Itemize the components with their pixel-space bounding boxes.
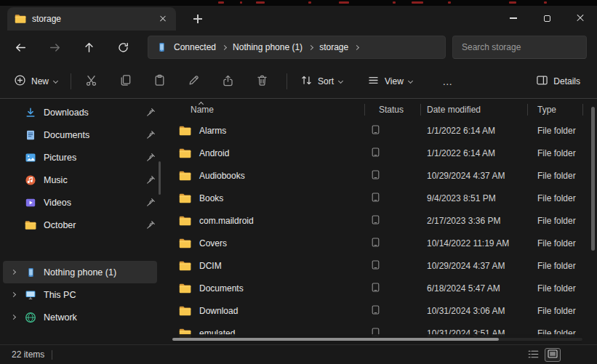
file-name: DCIM — [199, 261, 222, 271]
column-divider[interactable] — [420, 104, 421, 116]
address-bar[interactable]: Connected Nothing phone (1) storage — [148, 36, 446, 59]
minimize-button[interactable] — [497, 6, 530, 31]
column-divider[interactable] — [364, 104, 365, 116]
file-row-audiobooks[interactable]: Audiobooks10/29/2024 4:37 AMFile folder — [166, 164, 597, 187]
pin-icon — [146, 153, 156, 162]
sidebar-item-videos[interactable]: Videos — [3, 191, 157, 214]
file-type: File folder — [527, 261, 582, 271]
sidebar-item-documents[interactable]: Documents — [3, 124, 157, 146]
new-button[interactable]: New — [6, 68, 65, 94]
maximize-button[interactable] — [530, 6, 564, 31]
horizontal-scrollbar-thumb[interactable] — [172, 338, 499, 341]
sync-status-icon — [372, 215, 380, 227]
sidebar-item-downloads[interactable]: Downloads — [3, 101, 157, 124]
sort-arrows-icon — [300, 74, 313, 89]
file-name: Alarms — [199, 126, 226, 136]
thumbnail-view-button[interactable] — [545, 348, 561, 362]
file-type: File folder — [527, 306, 582, 316]
sync-status-icon — [372, 147, 380, 159]
scissors-icon — [85, 74, 97, 89]
file-name-cell: Download — [166, 306, 364, 316]
sync-status-icon — [372, 238, 380, 249]
videos-icon — [25, 197, 36, 209]
sidebar-item-label: Network — [44, 312, 157, 323]
view-button[interactable]: View — [359, 68, 420, 94]
tab-storage[interactable]: storage — [7, 7, 176, 31]
folder-icon — [179, 193, 191, 203]
file-row-com-maildroid[interactable]: com.maildroid2/17/2023 3:36 PMFile folde… — [166, 209, 597, 232]
chevron-right-icon[interactable] — [354, 44, 359, 49]
chevron-right-icon[interactable] — [222, 44, 227, 49]
file-row-android[interactable]: Android1/1/2022 6:14 AMFile folder — [166, 142, 597, 164]
sidebar-item-nothing-phone-1[interactable]: Nothing phone (1) — [3, 261, 157, 283]
sort-button-label: Sort — [318, 76, 334, 86]
sidebar-item-network[interactable]: Network — [3, 306, 157, 328]
vertical-scrollbar-thumb[interactable] — [591, 107, 595, 251]
close-button[interactable] — [564, 6, 597, 31]
sidebar-item-music[interactable]: Music — [3, 169, 157, 191]
column-divider[interactable] — [527, 104, 528, 116]
more-options-button[interactable]: … — [432, 68, 464, 94]
sort-button[interactable]: Sort — [292, 68, 350, 94]
vertical-scrollbar[interactable] — [591, 102, 595, 331]
search-box[interactable] — [452, 36, 587, 59]
file-row-documents[interactable]: Documents6/18/2024 5:47 AMFile folder — [166, 277, 597, 299]
up-button[interactable] — [77, 36, 100, 59]
file-explorer-window: storage Connected Nothing phone (1) — [0, 0, 597, 364]
sidebar-item-label: Pictures — [44, 153, 139, 163]
breadcrumb-connected[interactable]: Connected — [174, 42, 216, 52]
sidebar-item-label: This PC — [44, 290, 157, 300]
folder-icon — [179, 283, 191, 294]
details-view-button[interactable] — [525, 348, 541, 362]
column-divider[interactable] — [582, 104, 583, 116]
back-button[interactable] — [9, 36, 32, 59]
file-name-cell: com.maildroid — [166, 216, 364, 226]
details-button-label: Details — [553, 76, 580, 86]
expand-chevron-icon[interactable] — [11, 315, 16, 320]
file-row-covers[interactable]: Covers10/14/2022 11:19 AMFile folder — [166, 232, 597, 254]
share-button[interactable] — [213, 68, 242, 94]
date-modified: 10/31/2024 3:06 AM — [420, 306, 527, 316]
horizontal-scrollbar[interactable] — [172, 334, 582, 344]
status-cell — [364, 125, 420, 137]
sidebar-item-label: Music — [44, 175, 139, 185]
chevron-right-icon[interactable] — [308, 44, 313, 49]
file-row-books[interactable]: Books9/4/2023 8:51 PMFile folder — [166, 187, 597, 209]
expand-chevron-icon[interactable] — [11, 292, 16, 297]
file-row-download[interactable]: Download10/31/2024 3:06 AMFile folder — [166, 299, 597, 322]
file-row-alarms[interactable]: Alarms1/1/2022 6:14 AMFile folder — [166, 119, 597, 142]
forward-button[interactable] — [43, 36, 66, 59]
explorer-body: DownloadsDocumentsPicturesMusicVideosOct… — [0, 100, 597, 344]
sidebar-item-pictures[interactable]: Pictures — [3, 146, 157, 169]
rename-button[interactable] — [179, 68, 208, 94]
expand-chevron-icon[interactable] — [11, 270, 16, 275]
column-header-type[interactable]: Type — [527, 105, 582, 115]
cut-button[interactable] — [76, 68, 105, 94]
file-row-dcim[interactable]: DCIM10/29/2024 4:37 AMFile folder — [166, 254, 597, 277]
folder-icon — [15, 14, 26, 24]
delete-button[interactable] — [247, 68, 276, 94]
column-header-status[interactable]: Status — [364, 105, 420, 115]
sync-status-icon — [372, 283, 380, 294]
refresh-button[interactable] — [111, 36, 135, 59]
share-icon — [222, 74, 234, 89]
sidebar-item-this-pc[interactable]: This PC — [3, 283, 157, 306]
column-header-date-modified[interactable]: Date modified — [420, 105, 527, 115]
copy-button[interactable] — [111, 68, 140, 94]
breadcrumb-storage[interactable]: storage — [319, 42, 348, 52]
column-header-name[interactable]: Name — [166, 105, 364, 115]
sidebar-scrollbar-thumb[interactable] — [159, 161, 161, 195]
sidebar-item-october[interactable]: October — [3, 214, 157, 236]
sync-status-icon — [372, 170, 380, 182]
new-tab-button[interactable] — [189, 12, 207, 26]
paste-button[interactable] — [145, 68, 174, 94]
pin-icon — [146, 198, 156, 207]
breadcrumb-device[interactable]: Nothing phone (1) — [233, 42, 302, 52]
date-modified: 10/14/2022 11:19 AM — [420, 238, 527, 248]
details-pane-button[interactable]: Details — [528, 68, 588, 94]
search-input[interactable] — [453, 42, 586, 52]
tab-close-icon[interactable] — [157, 13, 169, 25]
sidebar-gap — [0, 236, 166, 261]
folder-icon — [179, 171, 191, 181]
chevron-down-icon — [408, 78, 413, 84]
